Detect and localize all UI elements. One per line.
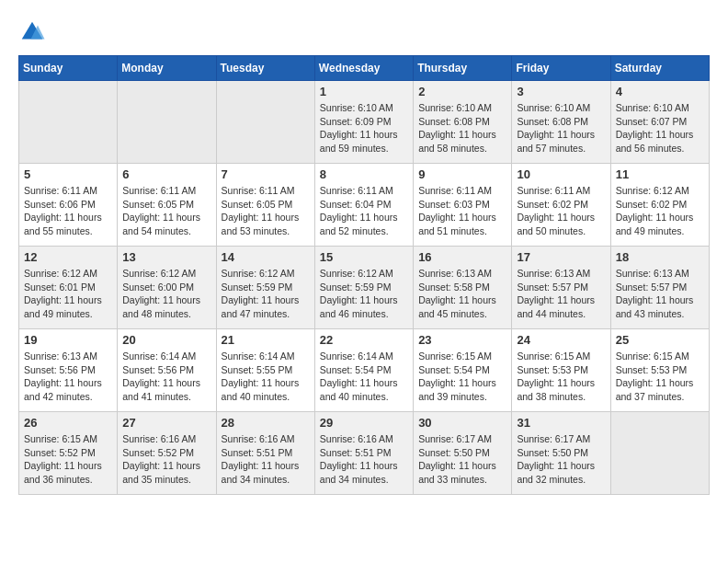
day-number: 15 bbox=[320, 250, 408, 264]
day-number: 28 bbox=[222, 416, 310, 430]
calendar-cell: 15Sunrise: 6:12 AMSunset: 5:59 PMDayligh… bbox=[314, 247, 413, 329]
day-info: Sunrise: 6:12 AMSunset: 6:01 PMDaylight:… bbox=[24, 267, 112, 321]
day-info: Sunrise: 6:11 AMSunset: 6:05 PMDaylight:… bbox=[122, 184, 210, 238]
calendar-cell: 21Sunrise: 6:14 AMSunset: 5:55 PMDayligh… bbox=[216, 329, 314, 412]
day-info: Sunrise: 6:13 AMSunset: 5:57 PMDaylight:… bbox=[517, 267, 605, 321]
header-sunday: Sunday bbox=[19, 56, 118, 81]
day-number: 5 bbox=[24, 167, 112, 181]
day-number: 18 bbox=[616, 250, 704, 264]
header-monday: Monday bbox=[118, 56, 216, 81]
header-row: SundayMondayTuesdayWednesdayThursdayFrid… bbox=[19, 56, 710, 81]
calendar-cell bbox=[216, 81, 314, 164]
day-number: 6 bbox=[122, 167, 210, 181]
day-number: 16 bbox=[418, 250, 506, 264]
header-friday: Friday bbox=[512, 56, 610, 81]
week-row-3: 12Sunrise: 6:12 AMSunset: 6:01 PMDayligh… bbox=[19, 247, 710, 329]
day-info: Sunrise: 6:16 AMSunset: 5:51 PMDaylight:… bbox=[222, 432, 310, 487]
calendar-cell: 2Sunrise: 6:10 AMSunset: 6:08 PMDaylight… bbox=[414, 81, 512, 164]
calendar-cell: 10Sunrise: 6:11 AMSunset: 6:02 PMDayligh… bbox=[512, 164, 610, 247]
day-info: Sunrise: 6:11 AMSunset: 6:03 PMDaylight:… bbox=[418, 184, 506, 238]
day-info: Sunrise: 6:11 AMSunset: 6:02 PMDaylight:… bbox=[517, 184, 605, 238]
day-number: 8 bbox=[320, 167, 408, 181]
calendar-cell: 29Sunrise: 6:16 AMSunset: 5:51 PMDayligh… bbox=[314, 412, 413, 495]
calendar-cell: 3Sunrise: 6:10 AMSunset: 6:08 PMDaylight… bbox=[512, 81, 610, 164]
day-info: Sunrise: 6:10 AMSunset: 6:07 PMDaylight:… bbox=[616, 101, 704, 155]
calendar-cell: 20Sunrise: 6:14 AMSunset: 5:56 PMDayligh… bbox=[118, 329, 216, 412]
day-info: Sunrise: 6:15 AMSunset: 5:53 PMDaylight:… bbox=[616, 350, 704, 404]
header-wednesday: Wednesday bbox=[314, 56, 413, 81]
day-info: Sunrise: 6:12 AMSunset: 6:00 PMDaylight:… bbox=[122, 267, 210, 321]
calendar-cell: 14Sunrise: 6:12 AMSunset: 5:59 PMDayligh… bbox=[216, 247, 314, 329]
day-info: Sunrise: 6:15 AMSunset: 5:54 PMDaylight:… bbox=[418, 350, 506, 404]
day-info: Sunrise: 6:12 AMSunset: 5:59 PMDaylight:… bbox=[320, 267, 408, 321]
header-thursday: Thursday bbox=[414, 56, 512, 81]
calendar-cell: 24Sunrise: 6:15 AMSunset: 5:53 PMDayligh… bbox=[512, 329, 610, 412]
day-info: Sunrise: 6:16 AMSunset: 5:52 PMDaylight:… bbox=[122, 432, 210, 487]
calendar-cell: 30Sunrise: 6:17 AMSunset: 5:50 PMDayligh… bbox=[414, 412, 512, 495]
day-number: 7 bbox=[222, 167, 310, 181]
header bbox=[18, 18, 710, 46]
logo-icon bbox=[18, 18, 46, 46]
day-number: 9 bbox=[418, 167, 506, 181]
calendar-cell: 6Sunrise: 6:11 AMSunset: 6:05 PMDaylight… bbox=[118, 164, 216, 247]
calendar-cell bbox=[19, 81, 118, 164]
day-number: 13 bbox=[122, 250, 210, 264]
calendar-cell: 22Sunrise: 6:14 AMSunset: 5:54 PMDayligh… bbox=[314, 329, 413, 412]
day-number: 1 bbox=[320, 85, 408, 98]
day-number: 30 bbox=[418, 416, 506, 430]
day-info: Sunrise: 6:11 AMSunset: 6:05 PMDaylight:… bbox=[222, 184, 310, 238]
calendar-cell: 8Sunrise: 6:11 AMSunset: 6:04 PMDaylight… bbox=[314, 164, 413, 247]
day-number: 12 bbox=[24, 250, 112, 264]
calendar-cell: 26Sunrise: 6:15 AMSunset: 5:52 PMDayligh… bbox=[19, 412, 118, 495]
header-tuesday: Tuesday bbox=[216, 56, 314, 81]
day-number: 3 bbox=[517, 85, 605, 98]
day-number: 31 bbox=[517, 416, 605, 430]
day-number: 29 bbox=[320, 416, 408, 430]
day-info: Sunrise: 6:12 AMSunset: 6:02 PMDaylight:… bbox=[616, 184, 704, 238]
day-info: Sunrise: 6:10 AMSunset: 6:08 PMDaylight:… bbox=[418, 101, 506, 155]
day-info: Sunrise: 6:15 AMSunset: 5:52 PMDaylight:… bbox=[24, 432, 112, 487]
day-info: Sunrise: 6:10 AMSunset: 6:08 PMDaylight:… bbox=[517, 101, 605, 155]
calendar-table: SundayMondayTuesdayWednesdayThursdayFrid… bbox=[18, 55, 710, 495]
day-number: 14 bbox=[222, 250, 310, 264]
calendar-cell: 16Sunrise: 6:13 AMSunset: 5:58 PMDayligh… bbox=[414, 247, 512, 329]
calendar-cell: 23Sunrise: 6:15 AMSunset: 5:54 PMDayligh… bbox=[414, 329, 512, 412]
calendar-cell: 13Sunrise: 6:12 AMSunset: 6:00 PMDayligh… bbox=[118, 247, 216, 329]
calendar-cell: 5Sunrise: 6:11 AMSunset: 6:06 PMDaylight… bbox=[19, 164, 118, 247]
calendar-cell: 12Sunrise: 6:12 AMSunset: 6:01 PMDayligh… bbox=[19, 247, 118, 329]
day-info: Sunrise: 6:12 AMSunset: 5:59 PMDaylight:… bbox=[222, 267, 310, 321]
day-info: Sunrise: 6:14 AMSunset: 5:56 PMDaylight:… bbox=[122, 350, 210, 404]
day-info: Sunrise: 6:17 AMSunset: 5:50 PMDaylight:… bbox=[517, 432, 605, 487]
week-row-5: 26Sunrise: 6:15 AMSunset: 5:52 PMDayligh… bbox=[19, 412, 710, 495]
day-number: 23 bbox=[418, 333, 506, 347]
day-info: Sunrise: 6:13 AMSunset: 5:57 PMDaylight:… bbox=[616, 267, 704, 321]
day-number: 2 bbox=[418, 85, 506, 98]
day-number: 26 bbox=[24, 416, 112, 430]
calendar-cell: 17Sunrise: 6:13 AMSunset: 5:57 PMDayligh… bbox=[512, 247, 610, 329]
day-number: 11 bbox=[616, 167, 704, 181]
day-number: 25 bbox=[616, 333, 704, 347]
week-row-2: 5Sunrise: 6:11 AMSunset: 6:06 PMDaylight… bbox=[19, 164, 710, 247]
calendar-cell: 27Sunrise: 6:16 AMSunset: 5:52 PMDayligh… bbox=[118, 412, 216, 495]
day-info: Sunrise: 6:11 AMSunset: 6:06 PMDaylight:… bbox=[24, 184, 112, 238]
calendar-header: SundayMondayTuesdayWednesdayThursdayFrid… bbox=[19, 56, 710, 81]
day-number: 10 bbox=[517, 167, 605, 181]
day-info: Sunrise: 6:13 AMSunset: 5:56 PMDaylight:… bbox=[24, 350, 112, 404]
day-info: Sunrise: 6:16 AMSunset: 5:51 PMDaylight:… bbox=[320, 432, 408, 487]
day-info: Sunrise: 6:10 AMSunset: 6:09 PMDaylight:… bbox=[320, 101, 408, 155]
day-number: 17 bbox=[517, 250, 605, 264]
calendar-body: 1Sunrise: 6:10 AMSunset: 6:09 PMDaylight… bbox=[19, 81, 710, 495]
calendar-cell: 18Sunrise: 6:13 AMSunset: 5:57 PMDayligh… bbox=[610, 247, 709, 329]
week-row-1: 1Sunrise: 6:10 AMSunset: 6:09 PMDaylight… bbox=[19, 81, 710, 164]
day-info: Sunrise: 6:17 AMSunset: 5:50 PMDaylight:… bbox=[418, 432, 506, 487]
day-info: Sunrise: 6:11 AMSunset: 6:04 PMDaylight:… bbox=[320, 184, 408, 238]
calendar-cell: 28Sunrise: 6:16 AMSunset: 5:51 PMDayligh… bbox=[216, 412, 314, 495]
day-info: Sunrise: 6:14 AMSunset: 5:55 PMDaylight:… bbox=[222, 350, 310, 404]
header-saturday: Saturday bbox=[610, 56, 709, 81]
calendar-cell: 4Sunrise: 6:10 AMSunset: 6:07 PMDaylight… bbox=[610, 81, 709, 164]
day-number: 22 bbox=[320, 333, 408, 347]
day-info: Sunrise: 6:15 AMSunset: 5:53 PMDaylight:… bbox=[517, 350, 605, 404]
week-row-4: 19Sunrise: 6:13 AMSunset: 5:56 PMDayligh… bbox=[19, 329, 710, 412]
day-number: 20 bbox=[122, 333, 210, 347]
day-number: 19 bbox=[24, 333, 112, 347]
